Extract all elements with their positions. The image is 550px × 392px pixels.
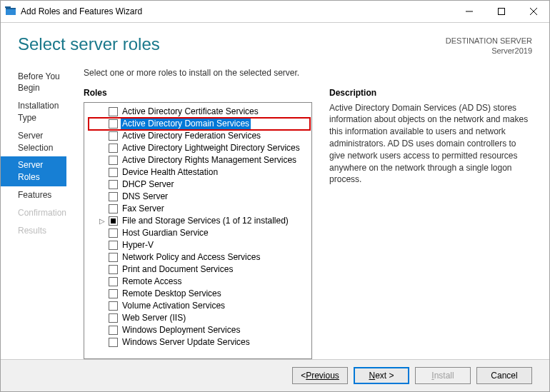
role-row[interactable]: Hyper-V (89, 239, 310, 251)
roles-listbox[interactable]: Active Directory Certificate ServicesAct… (84, 102, 312, 359)
role-row[interactable]: Active Directory Federation Services (89, 130, 310, 142)
minimize-button[interactable] (453, 1, 485, 22)
role-label: Fax Server (121, 203, 166, 214)
role-checkbox[interactable] (109, 301, 118, 311)
role-label: Web Server (IIS) (121, 313, 187, 323)
cancel-button[interactable]: Cancel (476, 367, 532, 384)
role-checkbox[interactable] (109, 253, 118, 262)
close-button[interactable] (517, 1, 549, 22)
role-label: Remote Access (121, 276, 183, 287)
install-button[interactable]: Install (415, 367, 471, 384)
nav-item[interactable]: Installation Type (1, 97, 66, 127)
nav-item[interactable]: Before You Begin (1, 68, 66, 98)
page-title: Select server roles (18, 34, 446, 54)
role-row[interactable]: Active Directory Certificate Services (89, 106, 310, 118)
description-column: Description Active Directory Domain Serv… (312, 88, 532, 359)
role-row[interactable]: Print and Document Services (89, 263, 310, 276)
role-checkbox[interactable] (109, 326, 118, 335)
role-label: Hyper-V (121, 240, 155, 251)
role-row[interactable]: Active Directory Lightweight Directory S… (89, 142, 310, 154)
roles-column: Roles Active Directory Certificate Servi… (84, 88, 312, 359)
role-row[interactable]: DHCP Server (89, 179, 310, 191)
role-label: Active Directory Certificate Services (121, 106, 260, 117)
role-row[interactable]: ▷File and Storage Services (1 of 12 inst… (89, 215, 310, 227)
wizard-window: Add Roles and Features Wizard Select ser… (0, 0, 550, 392)
role-checkbox[interactable] (109, 204, 118, 213)
role-checkbox[interactable] (109, 313, 118, 323)
nav-item: Results (1, 222, 66, 240)
window-title: Add Roles and Features Wizard (21, 6, 142, 16)
role-checkbox[interactable] (109, 107, 118, 116)
role-row[interactable]: Active Directory Rights Management Servi… (89, 154, 310, 166)
role-label: Windows Deployment Services (121, 325, 241, 336)
role-checkbox[interactable] (109, 289, 118, 298)
role-checkbox[interactable] (109, 131, 118, 141)
role-row[interactable]: Windows Deployment Services (89, 324, 310, 336)
role-row[interactable]: Host Guardian Service (89, 227, 310, 239)
role-row[interactable]: Remote Access (89, 276, 310, 288)
maximize-button[interactable] (485, 1, 517, 22)
nav-item[interactable]: Server Roles (1, 156, 66, 186)
columns: Roles Active Directory Certificate Servi… (84, 88, 532, 359)
role-checkbox[interactable] (109, 192, 118, 201)
role-row[interactable]: Network Policy and Access Services (89, 251, 310, 263)
expander-icon[interactable]: ▷ (99, 216, 106, 226)
destination-value: Server2019 (446, 46, 532, 56)
role-label: Remote Desktop Services (121, 288, 223, 299)
role-checkbox[interactable] (109, 228, 118, 238)
nav-item: Confirmation (1, 204, 66, 222)
role-row[interactable]: Volume Activation Services (89, 300, 310, 312)
footer: < Previous Next > Install Cancel (1, 359, 549, 391)
role-checkbox[interactable] (109, 156, 118, 165)
role-label: Active Directory Federation Services (121, 131, 262, 141)
main-content: Select one or more roles to install on t… (66, 62, 549, 359)
svg-rect-4 (498, 9, 504, 15)
wizard-nav: Before You BeginInstallation TypeServer … (1, 62, 66, 359)
role-label: Print and Document Services (121, 264, 234, 275)
svg-rect-2 (5, 6, 11, 8)
role-checkbox[interactable] (109, 119, 118, 129)
app-icon (5, 6, 16, 17)
role-row[interactable]: Windows Server Update Services (89, 336, 310, 348)
role-checkbox[interactable] (109, 241, 118, 250)
roles-label: Roles (84, 88, 312, 98)
titlebar: Add Roles and Features Wizard (1, 1, 549, 23)
role-checkbox[interactable] (109, 265, 118, 274)
role-checkbox[interactable] (109, 144, 118, 153)
role-label: Active Directory Lightweight Directory S… (121, 143, 301, 154)
role-label: DNS Server (121, 191, 169, 202)
nav-item[interactable]: Server Selection (1, 127, 66, 157)
role-row[interactable]: Fax Server (89, 203, 310, 215)
role-label: Active Directory Domain Services (121, 119, 251, 129)
instruction-text: Select one or more roles to install on t… (84, 68, 532, 78)
nav-item[interactable]: Features (1, 186, 66, 204)
role-checkbox[interactable] (109, 277, 118, 286)
destination-label: DESTINATION SERVER (446, 36, 532, 46)
role-label: Windows Server Update Services (121, 337, 251, 348)
role-checkbox[interactable] (109, 338, 118, 347)
role-label: DHCP Server (121, 179, 175, 190)
role-label: Network Policy and Access Services (121, 252, 261, 263)
role-label: File and Storage Services (1 of 12 insta… (121, 216, 290, 226)
destination-info: DESTINATION SERVER Server2019 (446, 34, 532, 56)
svg-rect-1 (6, 8, 16, 9)
header: Select server roles DESTINATION SERVER S… (1, 23, 549, 62)
role-checkbox[interactable] (109, 216, 118, 226)
description-text: Active Directory Domain Services (AD DS)… (329, 102, 532, 186)
next-button[interactable]: Next > (354, 367, 409, 384)
role-checkbox[interactable] (109, 180, 118, 189)
role-label: Device Health Attestation (121, 167, 219, 178)
role-label: Active Directory Rights Management Servi… (121, 155, 298, 166)
role-label: Host Guardian Service (121, 228, 210, 238)
role-row[interactable]: DNS Server (89, 191, 310, 203)
role-label: Volume Activation Services (121, 301, 226, 311)
description-label: Description (329, 88, 532, 98)
previous-button[interactable]: < Previous (292, 367, 348, 384)
role-checkbox[interactable] (109, 168, 118, 177)
role-row[interactable]: Active Directory Domain Services (89, 118, 310, 130)
role-row[interactable]: Device Health Attestation (89, 166, 310, 179)
role-row[interactable]: Web Server (IIS) (89, 312, 310, 324)
body: Before You BeginInstallation TypeServer … (1, 62, 549, 359)
role-row[interactable]: Remote Desktop Services (89, 288, 310, 300)
